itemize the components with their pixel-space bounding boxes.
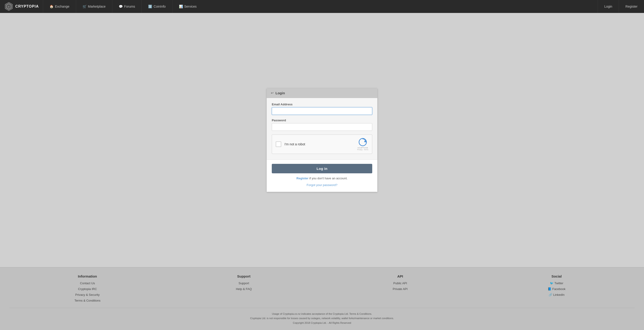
nav-item-services[interactable]: 📊 Services bbox=[172, 0, 203, 13]
login-card: ↩ Login Email Address Password I'm not a… bbox=[266, 88, 378, 192]
login-button[interactable]: Log in bbox=[272, 164, 372, 173]
footer-bottom-text-2: Cryptopia Ltd. is not responsible for lo… bbox=[9, 316, 635, 321]
footer-help-faq-link[interactable]: Help & FAQ bbox=[236, 287, 252, 291]
brand-name: CRYPTOPIA bbox=[15, 4, 39, 8]
nav-register-link[interactable]: Register bbox=[619, 0, 644, 13]
recaptcha-logo-icon bbox=[358, 138, 367, 146]
footer-information-title: Information bbox=[78, 274, 97, 278]
nav-coininfo-label: CoinInfo bbox=[154, 5, 166, 8]
footer-twitter-link[interactable]: 🐦 Twitter bbox=[550, 282, 563, 285]
navbar: C CRYPTOPIA 🏠 Exchange 🛒 Marketplace 💬 F… bbox=[0, 0, 644, 13]
services-icon: 📊 bbox=[179, 5, 183, 8]
email-label: Email Address bbox=[272, 103, 372, 106]
nav-login-link[interactable]: Login bbox=[598, 0, 619, 13]
footer: Information Contact Us Cryptopia IRC Pri… bbox=[0, 267, 644, 330]
footer-support-title: Support bbox=[237, 274, 251, 278]
footer-social-col: Social 🐦 Twitter 📘 Facebook 🔗 LinkedIn bbox=[538, 274, 575, 302]
nav-exchange-label: Exchange bbox=[55, 5, 69, 8]
footer-support-link[interactable]: Support bbox=[238, 282, 249, 285]
footer-information-col: Information Contact Us Cryptopia IRC Pri… bbox=[69, 274, 106, 302]
exchange-icon: 🏠 bbox=[50, 5, 54, 8]
linkedin-icon: 🔗 bbox=[549, 293, 552, 297]
nav-item-coininfo[interactable]: ℹ️ CoinInfo bbox=[142, 0, 172, 13]
nav-marketplace-label: Marketplace bbox=[88, 5, 106, 8]
login-button-area: Log in Register if you don't have an acc… bbox=[267, 160, 377, 192]
password-input[interactable] bbox=[272, 123, 372, 131]
brand-logo[interactable]: C CRYPTOPIA bbox=[0, 0, 43, 13]
nav-forums-label: Forums bbox=[124, 5, 135, 8]
recaptcha-privacy-text: Privacy - Terms bbox=[357, 149, 368, 151]
nav-item-exchange[interactable]: 🏠 Exchange bbox=[43, 0, 76, 13]
login-card-body: Email Address Password I'm not a robot bbox=[267, 98, 377, 160]
register-link[interactable]: Register bbox=[296, 176, 308, 180]
login-icon: ↩ bbox=[271, 91, 274, 95]
footer-bottom: Usage of Cryptopia.co.nz indicates accep… bbox=[9, 308, 635, 325]
footer-cryptopia-irc[interactable]: Cryptopia IRC bbox=[78, 287, 97, 291]
email-form-group: Email Address bbox=[272, 103, 372, 115]
nav-links: 🏠 Exchange 🛒 Marketplace 💬 Forums ℹ️ Coi… bbox=[43, 0, 598, 13]
password-form-group: Password bbox=[272, 119, 372, 131]
recaptcha-label: I'm not a robot bbox=[284, 142, 305, 146]
marketplace-icon: 🛒 bbox=[83, 5, 86, 8]
footer-public-api[interactable]: Public API bbox=[393, 282, 407, 285]
register-prompt: Register if you don't have an account. bbox=[296, 176, 348, 180]
coininfo-icon: ℹ️ bbox=[148, 5, 152, 8]
footer-contact-us[interactable]: Contact Us bbox=[80, 282, 95, 285]
nav-item-forums[interactable]: 💬 Forums bbox=[112, 0, 142, 13]
forgot-password-link[interactable]: Forgot your password? bbox=[307, 183, 338, 187]
recaptcha-brand-text: reCAPTCHA bbox=[358, 147, 368, 149]
twitter-icon: 🐦 bbox=[550, 282, 554, 285]
footer-linkedin-link[interactable]: 🔗 LinkedIn bbox=[549, 293, 564, 297]
login-card-header: ↩ Login bbox=[267, 88, 377, 98]
svg-text:C: C bbox=[8, 6, 10, 8]
footer-api-title: API bbox=[397, 274, 403, 278]
footer-api-col: API Public API Private API bbox=[382, 274, 419, 302]
footer-bottom-text-1: Usage of Cryptopia.co.nz indicates accep… bbox=[9, 312, 635, 316]
footer-columns: Information Contact Us Cryptopia IRC Pri… bbox=[9, 274, 635, 302]
footer-bottom-text-3: Copyright 2018 Cryptopia Ltd. - All Righ… bbox=[9, 321, 635, 325]
footer-privacy-security[interactable]: Privacy & Security bbox=[75, 293, 100, 297]
footer-facebook-link[interactable]: 📘 Facebook bbox=[548, 287, 566, 291]
recaptcha-box: I'm not a robot reCAPTCHA Privacy - Term… bbox=[272, 135, 372, 154]
logo-icon: C bbox=[4, 2, 14, 11]
main-content: ↩ Login Email Address Password I'm not a… bbox=[0, 13, 644, 267]
nav-services-label: Services bbox=[184, 5, 197, 8]
recaptcha-checkbox[interactable] bbox=[276, 142, 281, 147]
nav-right: Login Register bbox=[598, 0, 644, 13]
footer-private-api[interactable]: Private API bbox=[393, 287, 408, 291]
facebook-icon: 📘 bbox=[548, 287, 552, 291]
footer-terms-conditions[interactable]: Terms & Conditions bbox=[74, 299, 100, 302]
email-input[interactable] bbox=[272, 107, 372, 115]
footer-social-title: Social bbox=[552, 274, 562, 278]
nav-item-marketplace[interactable]: 🛒 Marketplace bbox=[76, 0, 112, 13]
footer-support-col: Support Support Help & FAQ bbox=[225, 274, 262, 302]
forums-icon: 💬 bbox=[119, 5, 123, 8]
password-label: Password bbox=[272, 119, 372, 122]
login-card-title: Login bbox=[276, 91, 285, 95]
register-prompt-text: if you don't have an account. bbox=[309, 176, 348, 180]
